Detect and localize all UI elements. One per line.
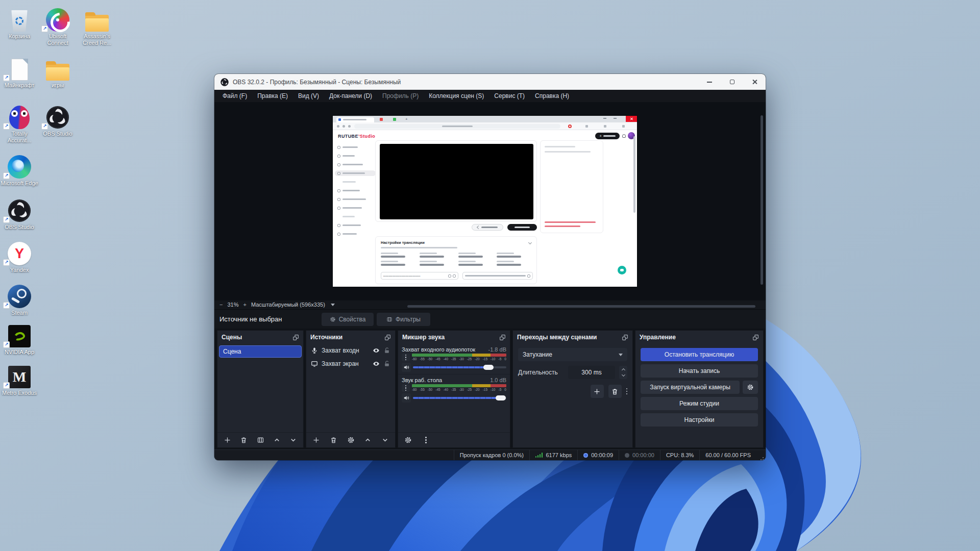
stream-timer: 00:00:09 (577, 450, 619, 460)
popout-icon[interactable] (752, 334, 759, 341)
menu-help[interactable]: Справка (H) (530, 90, 574, 102)
remove-scene-button[interactable] (240, 436, 248, 444)
menu-docks[interactable]: Док-панели (D) (324, 90, 377, 102)
advanced-audio-button[interactable] (404, 436, 412, 444)
browser-tab-favicon (393, 118, 396, 121)
remove-transition-button[interactable] (608, 385, 622, 398)
channel-menu-button[interactable] (402, 384, 410, 392)
close-button[interactable] (743, 74, 766, 90)
popout-icon[interactable] (384, 334, 391, 341)
remove-source-button[interactable] (330, 436, 337, 444)
sources-dock: Источники Захват входн Захват экран (306, 330, 396, 448)
source-row-audio-input[interactable]: Захват входн (306, 344, 395, 357)
preview-horizontal-scrollbar[interactable] (407, 305, 755, 308)
mute-button[interactable] (402, 363, 411, 372)
obs-studio-window: OBS 32.0.2 - Профиль: Безымянный - Сцены… (214, 74, 766, 460)
popout-icon[interactable] (622, 334, 628, 341)
shortcut-arrow-icon (3, 216, 10, 223)
title-bar[interactable]: OBS 32.0.2 - Профиль: Безымянный - Сцены… (214, 74, 766, 90)
desktop-icon-obs-studio-1[interactable]: OBS Studio (38, 104, 77, 137)
desktop-icon-minecraft[interactable]: Майнкрафт (0, 55, 39, 89)
stop-streaming-button[interactable]: Остановить трансляцию (641, 348, 758, 361)
volume-slider[interactable] (413, 397, 506, 399)
start-recording-button[interactable]: Начать запись (641, 364, 758, 378)
add-source-button[interactable] (312, 436, 320, 444)
menu-tools[interactable]: Сервис (T) (489, 90, 530, 102)
duration-input[interactable]: 300 ms (568, 366, 615, 379)
add-scene-button[interactable] (224, 436, 231, 444)
visibility-eye-icon[interactable] (373, 360, 380, 367)
source-properties-button[interactable] (347, 436, 355, 444)
chevron-down-icon[interactable] (331, 304, 335, 306)
volume-slider-handle[interactable] (496, 395, 506, 400)
desktop-icon-totally-accurate[interactable]: Totally Accurat... (0, 104, 39, 144)
menu-profile[interactable]: Профиль (P) (377, 90, 424, 102)
window-title: OBS 32.0.2 - Профиль: Безымянный - Сцены… (233, 79, 401, 86)
step-down-icon[interactable] (621, 373, 625, 377)
settings-button[interactable]: Настройки (641, 413, 758, 427)
desktop-icon-nvidia-app[interactable]: NVIDIA App (0, 322, 39, 356)
preview-vertical-scrollbar[interactable] (761, 115, 763, 285)
yandex-logo-icon (0, 240, 39, 265)
start-virtual-camera-button[interactable]: Запуск виртуальной камеры (641, 381, 740, 394)
move-scene-up-button[interactable] (273, 436, 281, 444)
menu-edit[interactable]: Правка (E) (252, 90, 293, 102)
rutube-dark-button (507, 224, 537, 231)
stream-settings-grid (381, 253, 531, 266)
visibility-eye-icon[interactable] (373, 347, 380, 354)
resize-grip[interactable] (757, 454, 764, 460)
source-row-display-capture[interactable]: Захват экран (306, 357, 395, 370)
move-source-down-button[interactable] (381, 436, 389, 444)
step-up-icon[interactable] (621, 368, 625, 372)
zoom-out-button[interactable]: − (219, 300, 223, 309)
minimize-button[interactable] (698, 74, 721, 90)
chat-fab-icon (618, 266, 626, 274)
lock-icon[interactable] (383, 347, 390, 354)
scene-filters-button[interactable] (257, 436, 264, 444)
preview-area[interactable]: + RUTUBE’Studio + (214, 102, 766, 300)
filters-button[interactable]: Фильтры (377, 313, 430, 326)
menu-view[interactable]: Вид (V) (293, 90, 324, 102)
desktop-icon-recycle-bin[interactable]: Корзина (0, 6, 39, 40)
mute-button[interactable] (402, 393, 411, 403)
add-transition-button[interactable] (591, 385, 604, 398)
properties-button[interactable]: Свойства (322, 313, 374, 326)
desktop-icon-steam[interactable]: Steam (0, 283, 39, 316)
browser-tab-strip: + (333, 116, 637, 122)
preview-canvas-screen-capture[interactable]: + RUTUBE’Studio + (333, 116, 637, 287)
transition-select[interactable]: Затухание (518, 348, 627, 361)
studio-mode-button[interactable]: Режим студии (641, 397, 758, 410)
maximize-button[interactable] (721, 74, 743, 90)
desktop-icon-microsoft-edge[interactable]: Microsoft Edge (0, 153, 39, 187)
scene-list-item[interactable]: Сцена (219, 345, 302, 358)
steam-logo-icon (0, 283, 39, 308)
edge-logo-icon (0, 153, 39, 179)
move-scene-down-button[interactable] (289, 436, 297, 444)
desktop-icon-ubisoft-connect[interactable]: Ubisoft Connect (38, 6, 77, 46)
canvas-size-label[interactable]: Масштабируемый (596x335) (251, 300, 325, 309)
lock-icon[interactable] (383, 360, 390, 367)
mixer-menu-button[interactable] (425, 437, 427, 443)
desktop-icon-yandex[interactable]: Yandex (0, 240, 39, 273)
browser-profile-icon (622, 125, 625, 128)
volume-slider[interactable] (413, 366, 506, 368)
desktop-icon-metro-exodus[interactable]: Metro Exodus (0, 363, 39, 396)
popout-icon[interactable] (292, 334, 299, 341)
desktop-icon-obs-studio-2[interactable]: OBS Studio (0, 197, 39, 231)
desktop-icon-assassins-creed-folder[interactable]: Assassin's Creed Re... (78, 6, 116, 46)
menu-scene-collection[interactable]: Коллекция сцен (S) (424, 90, 489, 102)
menu-file[interactable]: Файл (F) (217, 90, 252, 102)
zoom-in-button[interactable]: + (243, 300, 246, 309)
move-source-up-button[interactable] (364, 436, 372, 444)
rutube-stream-settings-card: Настройки трансляции •••••••••••••••••••… (375, 236, 537, 284)
popout-icon[interactable] (499, 334, 506, 341)
rutube-edit-button (472, 224, 503, 231)
virtual-camera-settings-button[interactable] (743, 381, 758, 394)
duration-label: Длительность (518, 369, 564, 376)
desktop-icon-games-folder[interactable]: игры (38, 55, 77, 89)
shortcut-arrow-icon (3, 382, 10, 389)
transition-menu-button[interactable] (626, 388, 628, 395)
channel-menu-button[interactable] (402, 354, 410, 361)
duration-stepper[interactable] (619, 366, 627, 379)
volume-slider-handle[interactable] (483, 365, 494, 370)
